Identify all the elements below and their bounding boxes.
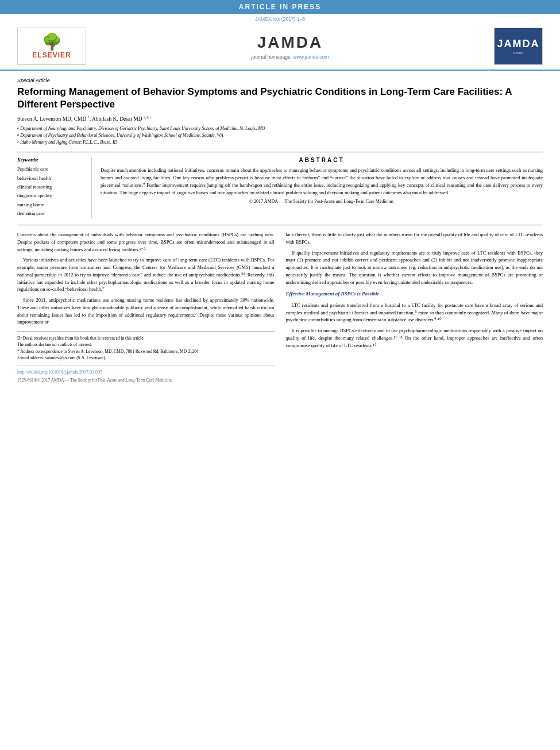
keywords-title: Keywords: [17, 157, 86, 163]
footnote-3: * Address correspondence to Steven A. Le… [17, 348, 275, 355]
abstract-text: Despite much attention including nationa… [101, 167, 543, 196]
keyword-2: behavioral health [17, 174, 86, 183]
abstract-title: ABSTRACT [101, 157, 543, 163]
body-para-3: Since 2011, antipsychotic medications us… [17, 297, 275, 326]
elsevier-wordmark: ELSEVIER [32, 51, 71, 59]
keyword-6: dementia care [17, 209, 86, 218]
divider-top [17, 152, 543, 152]
jamda-logo: JAMDA amda [494, 28, 543, 65]
keywords-list: Psychiatric care behavioral health clini… [17, 165, 86, 218]
author-sup-asterisk: * [88, 116, 90, 119]
journal-homepage: journal homepage: www.jamda.com [86, 54, 494, 60]
authors: Steven A. Levenson MD, CMD *, Abhilash K… [17, 116, 543, 122]
affiliation-a: a Department of Neurology and Psychiatry… [17, 125, 543, 132]
journal-header: JAMDA xxx (2017) 1–6 [0, 14, 560, 23]
journal-center: JAMDA journal homepage: www.jamda.com [86, 33, 494, 60]
keyword-5: nursing home [17, 201, 86, 209]
jamda-logo-text: JAMDA [497, 38, 539, 50]
divider-body [17, 225, 543, 225]
keyword-3: clinical reasoning [17, 183, 86, 191]
body-para-6: LTC residents and patients transferred f… [286, 302, 543, 324]
body-col-right: lack thereof, there is little to clarify… [286, 231, 543, 383]
affiliation-text-b: Department of Psychiatry and Behavioral … [20, 132, 223, 139]
abstract-col: ABSTRACT Despite much attention includin… [101, 157, 543, 218]
elsevier-tree-icon: 🌳 [42, 34, 62, 50]
affiliation-sup-b: b [17, 132, 19, 138]
footnote-1: Dr Desai receives royalties from his boo… [17, 335, 275, 341]
affiliation-sup-c: c [17, 139, 19, 145]
journal-logo-row: 🌳 ELSEVIER JAMDA journal homepage: www.j… [0, 23, 560, 71]
keywords-col: Keywords: Psychiatric care behavioral he… [17, 157, 92, 218]
affiliations: a Department of Neurology and Psychiatry… [17, 125, 543, 146]
body-col-left: Concerns about the management of individ… [17, 231, 275, 383]
footnote-2: The authors declare no conflicts of inte… [17, 341, 275, 348]
journal-homepage-link[interactable]: www.jamda.com [293, 54, 329, 60]
author-sup-abc: a, b, c [144, 116, 152, 119]
keyword-1: Psychiatric care [17, 165, 86, 174]
body-para-4: lack thereof, there is little to clarify… [286, 231, 543, 246]
footnote-4: E-mail address: salanlev@cs.com (S.A. Le… [17, 355, 275, 361]
body-para-7: It is possible to manage BSPCs effective… [286, 327, 543, 349]
article-footer: http://dx.doi.org/10.1016/j.jamda.2017.0… [17, 366, 275, 383]
body-columns: Concerns about the management of individ… [17, 231, 543, 383]
affiliation-text-c: Idaho Memory and Aging Center, P.L.L.C.,… [20, 139, 117, 146]
body-para-5: If quality improvement initiatives and r… [286, 249, 543, 286]
journal-name: JAMDA [86, 33, 494, 52]
section-heading-effective: Effective Management of BSPCs is Possibl… [286, 290, 543, 298]
body-para-1: Concerns about the management of individ… [17, 231, 275, 253]
footnotes: Dr Desai receives royalties from his boo… [17, 332, 275, 361]
article-title: Reforming Management of Behavior Symptom… [17, 86, 543, 111]
affiliation-sup-a: a [17, 125, 19, 131]
article-in-press-banner: ARTICLE IN PRESS [0, 0, 560, 14]
main-content: Special Article Reforming Management of … [0, 71, 560, 390]
abstract-copyright: © 2017 AMDA — The Society for Post-Acute… [101, 199, 543, 204]
affiliation-c: c Idaho Memory and Aging Center, P.L.L.C… [17, 139, 543, 146]
affiliation-text-a: Department of Neurology and Psychiatry, … [20, 125, 265, 132]
article-type-label: Special Article [17, 78, 543, 83]
elsevier-logo: 🌳 ELSEVIER [17, 28, 86, 65]
jamda-logo-subtitle: amda [513, 51, 524, 55]
abstract-section: Keywords: Psychiatric care behavioral he… [17, 157, 543, 218]
footer-copyright: 1525-8610/© 2017 AMDA — The Society for … [17, 377, 275, 383]
affiliation-b: b Department of Psychiatry and Behaviora… [17, 132, 543, 139]
doi-link[interactable]: http://dx.doi.org/10.1016/j.jamda.2017.0… [17, 369, 275, 376]
keyword-4: diagnostic quality [17, 191, 86, 200]
body-para-2: Various initiatives and activities have … [17, 256, 275, 293]
